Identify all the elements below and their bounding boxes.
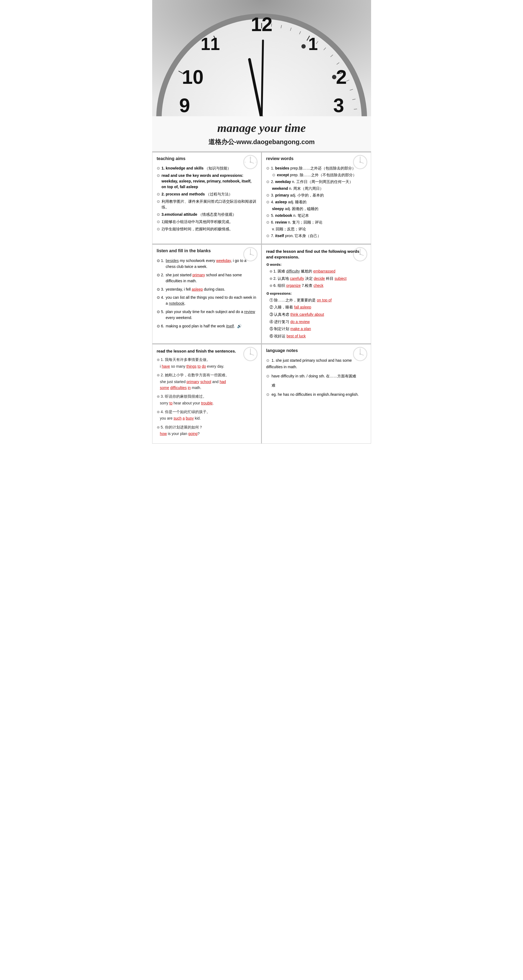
aim-bullet: ⊙ <box>157 226 160 232</box>
word-item-2: ⊙ 2. 认真地 carefully 决定 decide 科目 subject <box>269 275 367 282</box>
review-item: ⊙ except prep. 除……之外（不包括除去的部分） <box>272 172 367 178</box>
svg-text:12: 12 <box>251 14 272 35</box>
svg-point-56 <box>250 161 251 163</box>
panel-clock-icon-2 <box>353 154 367 170</box>
review-bullet: ⊙ <box>266 233 269 239</box>
aim-item: ⊙ 2. process and methods （过程与方法） <box>157 191 257 197</box>
svg-text:3: 3 <box>256 161 256 163</box>
review-item: ⊙ 3. primary adj. 小学的，基本的 <box>266 192 367 198</box>
lang-note-chinese: 难 <box>272 382 367 389</box>
read-sentences-panel: read the lesson and finish the sentences… <box>152 344 262 443</box>
panel-clock-icon: 12 3 9 <box>243 154 258 170</box>
lang-note-1: ⊙ 1. she just started primary school and… <box>266 357 367 371</box>
fill-item-4: ⊙ 4. you can list all the things you nee… <box>157 294 257 307</box>
read-lesson-expr-title: read the lesson and find out the followi… <box>266 248 367 260</box>
svg-point-79 <box>359 353 361 355</box>
svg-point-75 <box>250 353 251 355</box>
svg-text:10: 10 <box>182 66 203 88</box>
read-lesson-expressions-panel: read the lesson and find out the followi… <box>262 244 371 344</box>
svg-text:9: 9 <box>179 95 190 116</box>
svg-point-63 <box>359 161 361 163</box>
review-item: sleepy adj. 困倦的，瞌睡的 <box>272 206 367 212</box>
expressions-section: ① 除……之外，更重要的是 on top of ② 入睡，睡着 fall asl… <box>269 297 367 340</box>
review-bullet: ⊙ <box>266 213 269 218</box>
review-words-panel: review words ⊙ 1. besides prep.除……之外还（包括… <box>262 152 371 244</box>
sentence-item-5: ⊙ 5. 你的计划进展的如何？ how is your plan going? <box>157 424 257 437</box>
expr-item-6: ⑥ 祝好运 best of luck <box>269 332 367 340</box>
review-bullet: ⊙ <box>266 192 269 198</box>
lang-note-3: ⊙ eg. he has no difficulties in english.… <box>266 391 367 398</box>
word-item-1: ⊙ 1. 困难 difficulty 尴尬的 embarrassed <box>269 268 367 275</box>
language-notes-title: language notes <box>266 348 367 355</box>
expressions-label: ⊙ expressions: <box>266 291 367 296</box>
fill-item-6: ⊙ 6. making a good plan is half the work… <box>157 323 257 329</box>
listen-fill-title: listen and fill in the blanks <box>157 248 257 255</box>
review-item: ⊙ 1. besides prep.除……之外还（包括除去的部分） <box>266 165 367 171</box>
expr-item-5: ⑤ 制定计划 make a plan <box>269 325 367 332</box>
svg-point-67 <box>250 254 251 255</box>
aim-item: ⊙ 1)能够在小组活动中与其他同学积极完成。 <box>157 219 257 225</box>
aim-bullet: ⊙ <box>157 212 160 217</box>
review-item: ⊙ 6. review n. 复习；回顾；评论 <box>266 220 367 225</box>
panel-clock-icon-3 <box>243 247 258 262</box>
sentence-item-3: ⊙ 3. 听说你的麻烦我很难过。 sorry to hear about you… <box>157 393 257 406</box>
aim-bullet: ⊙ <box>157 191 160 197</box>
aim-item: ⊙ 利用教学图片、课件来开展问答式口语交际活动和阅读训练。 <box>157 199 257 210</box>
review-item: ⊙ 4. asleep adj. 睡着的 <box>266 199 367 205</box>
svg-text:1: 1 <box>308 34 318 54</box>
aim-item: ⊙ 3.emotional attitude （情感态度与价值观） <box>157 212 257 217</box>
second-row-grid: listen and fill in the blanks ⊙ 1. besid… <box>152 244 371 344</box>
svg-point-71 <box>359 254 361 255</box>
svg-text:9: 9 <box>245 161 246 163</box>
expr-item-2: ② 入睡，睡着 fall asleep <box>269 304 367 311</box>
words-section: ⊙ 1. 困难 difficulty 尴尬的 embarrassed ⊙ 2. … <box>269 268 367 289</box>
sentence-item-2: ⊙ 2. 她刚上小学，在数学方面有一些困难。 she just started … <box>157 372 257 391</box>
subtitle: 道格办公-www.daogebangong.com <box>155 138 369 149</box>
review-words-title: review words <box>266 156 367 163</box>
main-title: manage your time <box>155 121 369 135</box>
teaching-aims-title: teaching aims <box>157 156 257 163</box>
sentence-item-4: ⊙ 4. 你是一个如此忙碌的孩子。 you are such a busy ki… <box>157 409 257 422</box>
review-item: ⊙ 7. itself pron. 它本身（自己） <box>266 233 367 239</box>
lang-note-2: ⊙ have difficulty in sth. / doing sth. 在… <box>266 373 367 380</box>
expr-item-3: ③ 认真考虑 think carefully about <box>269 311 367 318</box>
word-item-3: ⊙ 6. 组织 organize 7.检查 check <box>269 282 367 289</box>
words-label: ⊙ words: <box>266 262 367 267</box>
expr-item-1: ① 除……之外，更重要的是 on top of <box>269 297 367 304</box>
fill-item-5: ⊙ 5. plan your study time for each subje… <box>157 309 257 321</box>
review-bullet: ⊙ <box>266 220 269 225</box>
svg-text:12: 12 <box>250 157 251 159</box>
review-item: weekend n. 周末（周六周日） <box>272 186 367 191</box>
aim-bullet: ⊙ <box>157 199 160 204</box>
expr-item-4: ④ 进行复习 do a review <box>269 318 367 326</box>
aim-item: ⊙ 1. knowledge and skills （知识与技能） <box>157 165 257 171</box>
panel-clock-icon-6 <box>353 347 367 361</box>
aim-item: ⊙ 2)学生能珍惜时间，把握时间的积极情感。 <box>157 226 257 232</box>
main-grid: 12 3 9 teaching aims ⊙ 1. knowledge and … <box>152 152 371 244</box>
review-bullet: ⊙ <box>266 199 269 205</box>
language-notes-panel: language notes ⊙ 1. she just started pri… <box>262 344 371 443</box>
fill-item-2: ⊙ 2. she just started primary school and… <box>157 272 257 284</box>
read-sentences-title: read the lesson and finish the sentences… <box>157 348 257 354</box>
clock-svg: 12 1 2 3 10 11 9 <box>152 0 371 116</box>
bottom-grid: read the lesson and finish the sentences… <box>152 344 371 443</box>
sentence-item-1: ⊙ 1. 我每天有许多事情要去做。 i have so many things … <box>157 356 257 369</box>
panel-clock-icon-4 <box>353 247 367 262</box>
review-item: ⊙ 5. notebook n. 笔记本 <box>266 213 367 218</box>
fill-item-3: ⊙ 3. yesterday, i fell asleep during cla… <box>157 286 257 292</box>
review-bullet: ⊙ <box>266 179 269 185</box>
aim-item: ⊙ read and use the key words and express… <box>157 173 257 190</box>
review-item: ⊙ 2. weekday n. 工作日（周一到周五的任何一天） <box>266 179 367 185</box>
review-bullet: ⊙ <box>266 165 269 171</box>
panel-clock-icon-5 <box>243 347 258 361</box>
aim-bullet: ⊙ <box>157 165 160 171</box>
teaching-aims-panel: 12 3 9 teaching aims ⊙ 1. knowledge and … <box>152 152 262 244</box>
aim-bullet: ⊙ <box>157 219 160 225</box>
clock-image: 12 1 2 3 10 11 9 <box>152 0 371 116</box>
svg-text:3: 3 <box>333 95 344 116</box>
aim-bullet: ⊙ <box>157 173 160 178</box>
svg-text:2: 2 <box>336 66 347 88</box>
review-bullet: ⊙ <box>272 172 275 178</box>
svg-text:11: 11 <box>200 34 220 54</box>
listen-fill-panel: listen and fill in the blanks ⊙ 1. besid… <box>152 244 262 344</box>
